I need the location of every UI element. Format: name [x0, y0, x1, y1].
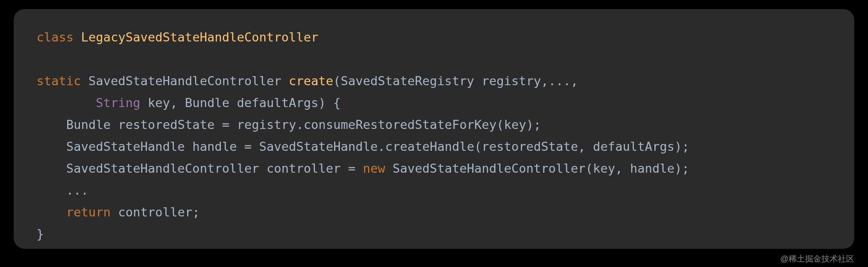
line6-dots: ...: [66, 183, 89, 197]
line5-type: SavedStateHandleController: [66, 161, 259, 175]
code-line-3: Bundle restoredState = registry.consumeR…: [37, 114, 831, 136]
param1-name: registry: [481, 74, 541, 88]
code-line-5: SavedStateHandleController controller = …: [37, 158, 831, 180]
line3-var: restoredState: [118, 118, 214, 132]
line4-arg2: defaultArgs: [593, 139, 675, 154]
code-line-4: SavedStateHandle handle = SavedStateHand…: [37, 136, 831, 158]
keyword-class: class: [37, 30, 73, 44]
line3-obj: registry: [237, 118, 296, 132]
code-line-1: class LegacySavedStateHandleController: [37, 26, 831, 48]
return-type: SavedStateHandleController: [89, 74, 282, 88]
line5-arg1: key: [593, 161, 615, 175]
line3-arg: key: [504, 118, 526, 132]
keyword-new: new: [363, 161, 385, 175]
code-line-blank: [37, 48, 831, 70]
keyword-static: static: [37, 74, 81, 88]
code-line-7: return controller;: [37, 201, 831, 223]
param1-type: SavedStateRegistry: [341, 74, 475, 88]
line4-arg1: restoredState: [481, 139, 578, 154]
param2-type: String: [96, 96, 141, 110]
code-line-2: static SavedStateHandleController create…: [37, 70, 831, 92]
param2-name: key: [148, 96, 170, 110]
code-line-8: }: [37, 223, 831, 245]
code-block: class LegacySavedStateHandleController s…: [14, 9, 854, 249]
line4-method: createHandle: [385, 139, 474, 154]
line5-arg2: handle: [630, 161, 675, 175]
param3-name: defaultArgs: [237, 96, 319, 110]
class-name: LegacySavedStateHandleController: [81, 30, 319, 44]
code-line-6: ...: [37, 180, 831, 201]
code-line-2b: String key, Bundle defaultArgs) {: [37, 92, 831, 114]
line3-method: consumeRestoredStateForKey: [303, 118, 497, 132]
param3-type: Bundle: [185, 96, 230, 110]
keyword-return: return: [66, 205, 111, 219]
line3-type: Bundle: [66, 118, 111, 132]
line5-ctor: SavedStateHandleController: [392, 161, 586, 175]
line5-var: controller: [267, 161, 341, 175]
param-ellipsis: ...: [549, 74, 571, 88]
method-name: create: [289, 74, 334, 88]
return-var: controller: [118, 205, 193, 219]
line4-class: SavedStateHandle: [259, 139, 378, 154]
line4-var: handle: [192, 139, 237, 154]
line4-type: SavedStateHandle: [66, 139, 185, 154]
watermark: @稀土掘金技术社区: [780, 253, 854, 264]
